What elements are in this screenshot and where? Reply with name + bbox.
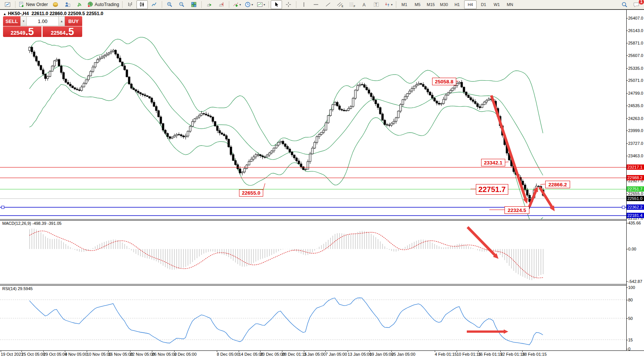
timeframe-button-mn[interactable]: MN <box>504 0 516 9</box>
timeframe-button-h1[interactable]: H1 <box>451 0 463 9</box>
chart-shift-button[interactable] <box>216 0 227 9</box>
community-button[interactable] <box>62 0 73 9</box>
bar-chart-button[interactable] <box>124 0 136 9</box>
timeframe-button-w1[interactable]: W1 <box>491 0 503 9</box>
arrows-icon <box>384 2 390 8</box>
price-axis-tick <box>626 80 628 81</box>
timeframe-button-m1[interactable]: M1 <box>398 0 411 9</box>
price-axis-label: 25335.0 <box>628 66 643 71</box>
volume-value[interactable]: 1.00 <box>27 17 58 26</box>
toolbar-separator <box>122 1 123 8</box>
time-axis-label: 28 Dec 01:15 <box>282 352 307 356</box>
horizontal-line-tool-button[interactable] <box>310 0 322 9</box>
annotation-22751.7[interactable]: 22751.7 <box>476 184 508 195</box>
price-axis-tick <box>626 181 628 181</box>
timeframe-button-h4[interactable]: H4 <box>464 0 477 9</box>
price-axis-label: 25871.0 <box>628 41 643 45</box>
trendline-tool-button[interactable] <box>322 0 334 9</box>
toolbar-separator <box>296 1 296 8</box>
line-chart-button[interactable] <box>149 0 160 9</box>
timeframe-button-m15[interactable]: M15 <box>425 0 437 9</box>
timeframe-button-m30[interactable]: M30 <box>438 0 450 9</box>
indicators-button[interactable]: ▾ <box>231 0 242 9</box>
horizontal-levels[interactable] <box>0 167 626 216</box>
buy-price-main: 22564 <box>51 29 66 37</box>
price-axis-tick <box>626 68 628 69</box>
price-axis-tick <box>626 218 628 218</box>
line-handle[interactable] <box>2 206 4 209</box>
time-axis-label: 7 Jan 05:00 <box>325 352 347 356</box>
candlestick-chart-button[interactable] <box>136 0 148 9</box>
chart-area: ▲HK50-,H4 22611.0 22860.0 22509.5 22551.… <box>0 9 644 358</box>
annotation-22866.2[interactable]: 22866.2 <box>545 181 570 188</box>
line-handle[interactable] <box>622 206 625 209</box>
macd-axis-tick <box>626 249 628 249</box>
signals-button[interactable] <box>74 0 85 9</box>
toolbar-separator <box>162 1 162 8</box>
annotation-25058.8[interactable]: 25058.8 <box>432 78 456 85</box>
new-chart-button[interactable] <box>2 0 13 9</box>
zoom-in-button[interactable] <box>164 0 175 9</box>
annotation-23342.1[interactable]: 23342.1 <box>481 159 505 166</box>
rsi-axis-tick <box>626 340 628 340</box>
candlestick-chart-icon <box>139 2 145 8</box>
time-axis-label: 19 Oct 2021 <box>1 352 23 356</box>
time-axis-label: 2 Dec 05:00 <box>174 352 196 356</box>
rsi-panel <box>0 298 626 345</box>
svg-text:A: A <box>362 2 365 8</box>
timeframe-button-d1[interactable]: D1 <box>477 0 490 9</box>
macd-histogram <box>30 229 543 280</box>
volume-increase-button[interactable]: ▲ <box>58 17 65 26</box>
bar-chart-icon <box>127 2 133 8</box>
arrows-tool-button[interactable]: ▾ <box>383 0 394 9</box>
label-tool-button[interactable]: T <box>371 0 382 9</box>
time-axis-label: 4 Nov 05:00 <box>65 352 87 356</box>
time-axis-label: 26 Nov 05:00 <box>152 352 176 356</box>
deposit-button[interactable] <box>50 0 61 9</box>
cursor-button[interactable] <box>271 0 282 9</box>
macd-panel <box>29 227 543 280</box>
buy-price-fraction: .5 <box>66 27 74 37</box>
search-button[interactable] <box>619 0 630 9</box>
time-axis-label: 16 Feb 01:15 <box>478 352 503 356</box>
sell-price[interactable]: 22549.5 <box>3 26 41 37</box>
trend-arrow-head[interactable] <box>504 329 508 333</box>
auto-scroll-button[interactable] <box>204 0 215 9</box>
trend-arrow[interactable] <box>468 227 496 257</box>
new-order-label: New Order <box>26 2 48 7</box>
macd-axis-tick <box>626 223 628 223</box>
period-clock-button[interactable]: ▾ <box>243 0 255 9</box>
macd-axis-label: -542.87 <box>628 279 642 284</box>
vertical-line-tool-button[interactable] <box>298 0 310 9</box>
zoom-out-button[interactable] <box>176 0 187 9</box>
toolbar-separator <box>396 1 396 8</box>
volume-decrease-button[interactable]: ▼ <box>20 17 27 26</box>
buy-price[interactable]: 22564.5 <box>43 26 82 37</box>
annotation-22655.0[interactable]: 22655.0 <box>239 189 263 197</box>
time-axis-label: 20 Dec 05:00 <box>260 352 285 356</box>
tile-windows-button[interactable] <box>188 0 199 9</box>
sell-button[interactable]: SELL <box>3 16 20 26</box>
rsi-axis-label: 50 <box>628 316 633 321</box>
buy-button[interactable]: BUY <box>65 16 82 26</box>
annotation-22324.5[interactable]: 22324.5 <box>504 206 529 214</box>
autotrading-button[interactable]: AutoTrading <box>86 0 120 9</box>
channel-tool-button[interactable]: E <box>334 0 346 9</box>
trend-arrow[interactable] <box>540 187 553 209</box>
crosshair-button[interactable] <box>283 0 294 9</box>
macd-axis-label: 0.00 <box>628 247 636 251</box>
template-button[interactable]: ▾ <box>255 0 267 9</box>
indicators-plus-icon <box>233 2 239 8</box>
dropdown-caret-icon: ▾ <box>264 3 265 6</box>
new-order-button[interactable]: New Order <box>17 0 49 9</box>
toolbar-separator <box>229 1 229 8</box>
timeframe-group: M1M5M15M30H1H4D1W1MN <box>398 0 517 9</box>
price-axis-tick <box>626 55 628 56</box>
collapse-triangle-icon[interactable]: ▲ <box>3 12 6 16</box>
text-tool-button[interactable]: A <box>359 0 370 9</box>
chat-button[interactable]: 1 <box>631 0 642 9</box>
fibonacci-tool-button[interactable]: F <box>347 0 358 9</box>
time-axis-label: 22 Feb 01:15 <box>500 352 525 356</box>
timeframe-button-m5[interactable]: M5 <box>411 0 424 9</box>
dropdown-caret-icon: ▾ <box>391 3 393 6</box>
